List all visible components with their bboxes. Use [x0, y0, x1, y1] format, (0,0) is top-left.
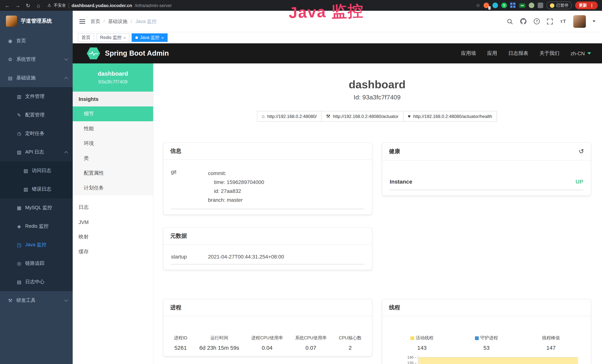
active-dot-icon [136, 36, 138, 39]
avatar-caret-icon[interactable] [592, 20, 595, 22]
stat-system-cpu: 系统CPU使用率0.07 [295, 335, 327, 351]
health-url-link[interactable]: ♥http://192.168.0.2:48080/actuator/healt… [403, 111, 497, 122]
forward-icon[interactable]: → [15, 2, 20, 8]
breadcrumb-infrastructure[interactable]: 基础设施 [108, 18, 127, 25]
update-button[interactable]: 更新⋮ [575, 1, 598, 9]
info-value: commit: time: 1596289704000 id: 27aa832 … [208, 169, 264, 204]
sidebar-item-file-management[interactable]: ▥文件管理 [0, 87, 73, 106]
infrastructure-icon: ▤ [7, 75, 13, 81]
sba-item-config-properties[interactable]: 配置属性 [73, 166, 153, 181]
fullscreen-icon[interactable] [547, 18, 553, 25]
screen: ← → ↻ ⌂ ⚠ 不安全 dashboard.yudao.iocoder.cn… [0, 0, 602, 364]
close-icon[interactable]: × [123, 35, 126, 40]
drop-extension-icon[interactable] [493, 3, 498, 8]
process-stats: 进程ID5261 运行时间6d 23h 15m 59s 进程CPU使用率0.04… [171, 335, 365, 351]
green-y-extension-icon[interactable]: Y [501, 3, 507, 8]
app-logo[interactable]: 芋道管理系统 [0, 11, 73, 32]
metadata-value: 2021-04-27T00:44:31.254+08:00 [208, 254, 284, 260]
paused-badge[interactable]: 已暂停 [547, 1, 572, 9]
health-instance-row: Instance UP [390, 172, 583, 190]
sba-nav-wallboard[interactable]: 应用墙 [461, 50, 476, 57]
sidebar-item-log-center[interactable]: ▤日志中心 [0, 273, 73, 291]
warning-icon: ⚠ [47, 3, 51, 8]
sba-item-classes[interactable]: 类 [73, 151, 153, 166]
sidebar-item-error-logs[interactable]: ▨错误日志 [0, 180, 73, 198]
stat-cpu-cores: CPU核心数2 [339, 335, 362, 351]
sba-nav-about[interactable]: 关于我们 [539, 50, 559, 57]
hamburger-icon[interactable] [79, 19, 85, 23]
url-path: /infra/admin-server [135, 3, 172, 8]
tab-home[interactable]: 首页 [78, 33, 94, 42]
sba-item-performance[interactable]: 性能 [73, 121, 153, 136]
font-size-icon[interactable]: тT [560, 18, 567, 25]
sba-item-mappings[interactable]: 映射 [73, 230, 153, 244]
service-url-link[interactable]: ⌂http://192.168.0.2:48080/ [257, 111, 322, 122]
sba-item-caches[interactable]: 缓存 [73, 244, 153, 259]
sba-nav-journal[interactable]: 日志报表 [508, 50, 528, 57]
sidebar-item-config-management[interactable]: ✎配置管理 [0, 106, 73, 124]
help-icon[interactable]: ? [533, 18, 540, 25]
sidebar-item-api-logs[interactable]: ▧API 日志 [0, 143, 73, 161]
sidebar-item-mysql-monitor[interactable]: ▦MySQL 监控 [0, 198, 73, 217]
sba-header: Spring Boot Admin 应用墙 应用 日志报表 关于我们 zh-CN [73, 43, 602, 64]
sidebar-item-dev-tools[interactable]: ⚒研发工具 [0, 291, 73, 310]
sidebar-item-access-logs[interactable]: ▨访问日志 [0, 161, 73, 180]
sba-nav-applications[interactable]: 应用 [487, 50, 497, 57]
app-sidebar: 芋道管理系统 ◉首页 ⚙系统管理 ▤基础设施 ▥文件管理 ✎配置管理 ◷定时任务… [0, 11, 73, 364]
user-avatar[interactable] [573, 15, 586, 28]
sidebar-item-link-tracing[interactable]: ◎链路追踪 [0, 254, 73, 273]
leaf-extension-icon[interactable] [529, 3, 534, 8]
address-bar[interactable]: ⚠ 不安全 dashboard.yudao.iocoder.cn /infra/… [47, 3, 172, 8]
metadata-card-title: 元数据 [163, 228, 372, 245]
back-icon[interactable]: ← [4, 2, 10, 8]
sba-item-environment[interactable]: 环境 [73, 136, 153, 151]
github-icon[interactable] [520, 18, 527, 25]
sidebar-item-home[interactable]: ◉首页 [0, 32, 73, 50]
sidebar-item-java-monitor[interactable]: ◳Java 监控 [0, 236, 73, 254]
tab-java-monitor[interactable]: Java 监控× [132, 33, 167, 42]
breadcrumb-home[interactable]: 首页 [90, 18, 100, 25]
history-icon[interactable]: ↺ [579, 148, 584, 155]
locale-selector[interactable]: zh-CN [570, 51, 591, 56]
sba-item-logs[interactable]: 日志 [73, 200, 153, 215]
threads-legend: 活动线程 143 守护进程 53 线程峰值 [390, 335, 583, 351]
sba-body: dashboard 93a3fc7f7409 Insights 细节 性能 环境… [73, 64, 602, 364]
toggle-on-extension-icon[interactable]: on [519, 3, 526, 8]
sba-item-scheduled-tasks[interactable]: 计划任务 [73, 181, 153, 195]
cards-grid: 信息 git commit: time: 1596289704000 id: 2… [163, 142, 591, 364]
app-shell: 芋道管理系统 ◉首页 ⚙系统管理 ▤基础设施 ▥文件管理 ✎配置管理 ◷定时任务… [0, 11, 602, 364]
info-key: git [171, 169, 208, 204]
sba-item-jvm[interactable]: JVM [73, 215, 153, 230]
sidebar-item-scheduled-tasks[interactable]: ◷定时任务 [0, 124, 73, 143]
refresh-icon[interactable]: ↻ [25, 2, 31, 8]
extension-badge: 1 [488, 6, 491, 10]
startup-row: startup 2021-04-27T00:44:31.254+08:00 [171, 248, 365, 264]
browser-menu-icon[interactable]: ⋮ [590, 3, 594, 8]
fox-extension-icon[interactable]: 1 [484, 3, 489, 8]
spring-boot-admin: Spring Boot Admin 应用墙 应用 日志报表 关于我们 zh-CN… [73, 43, 602, 364]
gear-icon: ⚙ [7, 57, 13, 62]
threads-card: 线程 活动线程 143 守护进程 [382, 299, 591, 364]
insights-group-label[interactable]: Insights [73, 92, 153, 107]
instance-name: dashboard [98, 70, 128, 77]
instance-header[interactable]: dashboard 93a3fc7f7409 [73, 64, 153, 92]
sidebar-item-system-management[interactable]: ⚙系统管理 [0, 50, 73, 69]
grid-extension-icon[interactable] [510, 3, 516, 8]
sidebar-item-redis-monitor[interactable]: ◈Redis 监控 [0, 217, 73, 236]
bookmark-star-icon[interactable]: ☆ [476, 3, 480, 8]
sba-item-details[interactable]: 细节 [73, 107, 153, 121]
logo-avatar [6, 16, 17, 27]
instance-id: 93a3fc7f7409 [98, 79, 128, 85]
daemon-threads-swatch [475, 336, 479, 340]
actuator-url-link[interactable]: ⚒http://192.168.0.2:48080/actuator [321, 111, 403, 122]
home-icon[interactable]: ⌂ [36, 2, 41, 8]
browser-chrome: ← → ↻ ⌂ ⚠ 不安全 dashboard.yudao.iocoder.cn… [0, 0, 602, 11]
tab-redis-monitor[interactable]: Redis 监控× [97, 33, 129, 42]
search-icon[interactable] [506, 18, 513, 25]
puzzle-extension-icon[interactable] [538, 3, 543, 8]
git-info-row: git commit: time: 1596289704000 id: 27aa… [171, 163, 365, 209]
app-title: 芋道管理系统 [21, 18, 52, 24]
divider [69, 3, 69, 8]
sidebar-item-infrastructure[interactable]: ▤基础设施 [0, 69, 73, 87]
close-icon[interactable]: × [161, 35, 164, 40]
